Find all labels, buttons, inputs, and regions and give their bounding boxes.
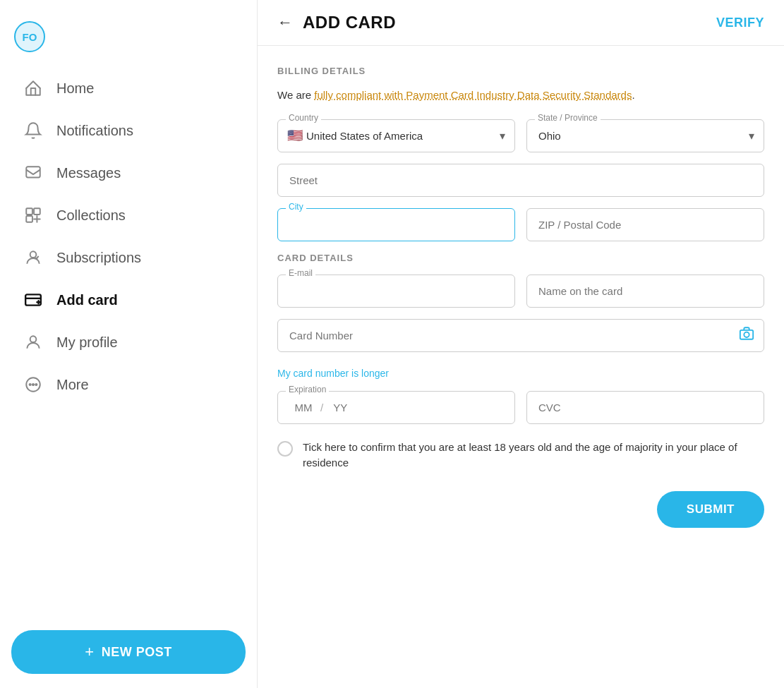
svg-rect-1 — [26, 208, 32, 215]
city-label: City — [286, 202, 306, 212]
country-group: Country 🇺🇸 United States of America ▾ — [277, 119, 515, 152]
svg-point-4 — [30, 251, 37, 258]
main-content: ← ADD CARD VERIFY BILLING DETAILS We are… — [258, 0, 784, 688]
svg-point-6 — [30, 336, 37, 342]
card-number-input[interactable] — [277, 319, 764, 352]
country-select-wrapper: 🇺🇸 United States of America ▾ — [277, 119, 515, 152]
sidebar-item-subscriptions-label: Subscriptions — [56, 250, 141, 266]
new-post-label: NEW POST — [102, 645, 172, 660]
expiry-separator: / — [320, 402, 323, 414]
expiry-group: Expiration / — [277, 391, 515, 424]
cvc-input[interactable] — [526, 391, 764, 424]
name-on-card-group — [526, 274, 764, 308]
street-input[interactable] — [277, 164, 764, 197]
collections-icon — [23, 205, 44, 226]
state-label: State / Province — [535, 113, 601, 123]
sidebar-item-notifications-label: Notifications — [56, 123, 133, 139]
svg-point-12 — [744, 332, 749, 337]
card-number-row — [277, 319, 764, 352]
card-number-group — [277, 319, 764, 352]
card-details-section-label: CARD DETAILS — [277, 253, 764, 263]
subscriptions-icon — [23, 247, 44, 268]
sidebar-item-subscriptions[interactable]: Subscriptions — [6, 237, 251, 278]
plus-icon: + — [85, 643, 94, 661]
verify-button[interactable]: VERIFY — [716, 16, 764, 30]
add-card-icon — [23, 289, 44, 310]
country-state-row: Country 🇺🇸 United States of America ▾ St… — [277, 119, 764, 152]
sidebar-item-more-label: More — [56, 377, 89, 393]
new-post-button[interactable]: + NEW POST — [11, 630, 246, 674]
email-group: E-mail — [277, 274, 515, 308]
zip-input[interactable] — [526, 208, 764, 241]
header-left: ← ADD CARD — [277, 13, 396, 32]
sidebar-item-messages-label: Messages — [56, 165, 121, 181]
sidebar-item-add-card[interactable]: Add card — [6, 279, 251, 320]
sidebar-item-notifications[interactable]: Notifications — [6, 110, 251, 151]
sidebar: FO Home Notifications — [0, 0, 258, 688]
svg-point-9 — [32, 384, 34, 385]
sidebar-item-home-label: Home — [56, 80, 94, 97]
yy-input[interactable] — [326, 402, 354, 414]
card-details-section: CARD DETAILS E-mail — [277, 253, 764, 424]
state-group: State / Province Ohio ▾ — [526, 119, 764, 152]
my-profile-icon — [23, 332, 44, 353]
age-confirm-row: Tick here to confirm that you are at lea… — [277, 440, 764, 471]
street-row — [277, 164, 764, 197]
form-content: BILLING DETAILS We are fully compliant w… — [258, 46, 784, 548]
page-title: ADD CARD — [303, 13, 396, 32]
sidebar-item-collections-label: Collections — [56, 207, 126, 224]
expiry-cvc-row: Expiration / — [277, 391, 764, 424]
sidebar-item-more[interactable]: More — [6, 364, 251, 405]
sidebar-item-collections[interactable]: Collections — [6, 195, 251, 236]
country-label: Country — [286, 113, 321, 123]
camera-icon[interactable] — [739, 326, 754, 345]
city-input[interactable] — [277, 208, 515, 241]
longer-card-number-link[interactable]: My card number is longer — [277, 368, 389, 379]
street-group — [277, 164, 764, 197]
sidebar-item-my-profile-label: My profile — [56, 334, 118, 351]
billing-section-label: BILLING DETAILS — [277, 66, 764, 76]
expiry-input-wrapper: / — [277, 391, 515, 424]
svg-rect-0 — [26, 167, 40, 177]
country-select[interactable]: United States of America — [277, 119, 515, 152]
back-button[interactable]: ← — [277, 13, 293, 32]
email-input[interactable] — [277, 274, 515, 308]
sidebar-item-messages[interactable]: Messages — [6, 152, 251, 193]
avatar[interactable]: FO — [14, 21, 45, 52]
home-icon — [23, 78, 44, 99]
email-name-row: E-mail — [277, 274, 764, 308]
city-zip-row: City — [277, 208, 764, 241]
svg-point-10 — [35, 384, 37, 385]
submit-button[interactable]: SUBMIT — [657, 491, 764, 528]
name-on-card-input[interactable] — [526, 274, 764, 308]
age-confirm-text: Tick here to confirm that you are at lea… — [303, 440, 764, 471]
mm-input[interactable] — [289, 402, 318, 414]
city-group: City — [277, 208, 515, 241]
sidebar-item-home[interactable]: Home — [6, 68, 251, 109]
compliance-highlight: fully compliant with Payment Card Indust… — [314, 89, 632, 101]
svg-rect-2 — [34, 208, 40, 215]
submit-row: SUBMIT — [277, 491, 764, 528]
billing-section: BILLING DETAILS We are fully compliant w… — [277, 66, 764, 241]
sidebar-nav: Home Notifications Messages — [0, 66, 257, 406]
sidebar-item-add-card-label: Add card — [56, 292, 118, 308]
page-header: ← ADD CARD VERIFY — [258, 0, 784, 46]
svg-point-8 — [30, 384, 31, 385]
zip-group — [526, 208, 764, 241]
sidebar-item-my-profile[interactable]: My profile — [6, 322, 251, 363]
expiration-label: Expiration — [286, 385, 329, 394]
cvc-group — [526, 391, 764, 424]
age-confirm-checkbox[interactable] — [277, 441, 293, 457]
notifications-icon — [23, 120, 44, 141]
state-select-wrapper: Ohio ▾ — [526, 119, 764, 152]
svg-rect-3 — [26, 216, 32, 222]
messages-icon — [23, 162, 44, 183]
state-select[interactable]: Ohio — [526, 119, 764, 152]
compliance-text: We are fully compliant with Payment Card… — [277, 87, 764, 104]
email-label: E-mail — [286, 268, 315, 278]
more-icon — [23, 374, 44, 395]
